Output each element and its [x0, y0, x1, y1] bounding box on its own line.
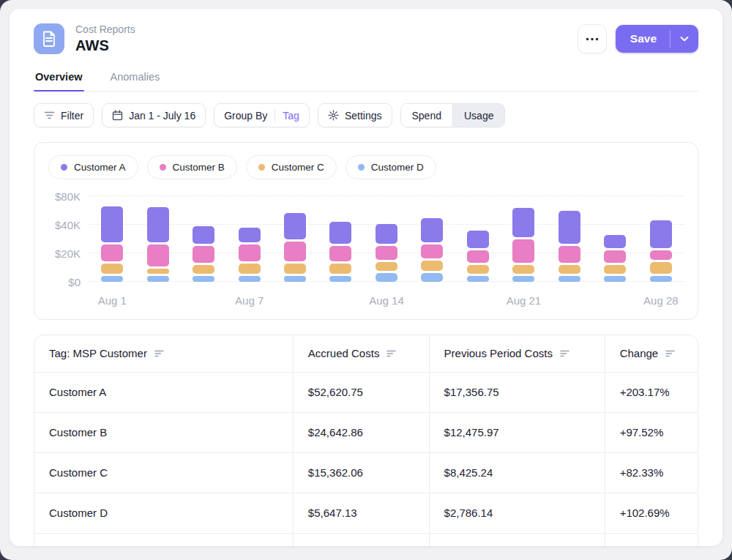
toolbar: Filter Jan 1 - July 16 Group By Tag — [34, 103, 698, 127]
bar-segment-customer-c — [512, 265, 534, 275]
date-range-button[interactable]: Jan 1 - July 16 — [102, 103, 206, 127]
chart-bar[interactable] — [147, 207, 169, 282]
bar-segment-customer-c — [467, 265, 489, 275]
chart-bar[interactable] — [101, 206, 123, 282]
bar-segment-customer-b — [559, 246, 580, 262]
chart-bar[interactable] — [559, 211, 580, 282]
table-cell: Customer D — [34, 493, 293, 533]
table-cell: $24,642.86 — [293, 412, 429, 452]
legend-label: Customer D — [371, 162, 424, 173]
column-header-tag-msp-customer[interactable]: Tag: MSP Customer — [34, 335, 293, 372]
chart-bar[interactable] — [239, 228, 261, 282]
bar-segment-customer-d — [147, 276, 169, 282]
save-button[interactable]: Save — [616, 25, 670, 53]
y-axis-label: $80K — [55, 190, 81, 203]
column-header-previous-period-costs[interactable]: Previous Period Costs — [429, 335, 605, 372]
legend-pill-customer-a[interactable]: Customer A — [48, 155, 138, 179]
legend-dot-icon — [61, 164, 67, 171]
table-cell: Customer A — [34, 372, 293, 412]
chart-bar[interactable] — [284, 213, 306, 282]
bar-segment-customer-a — [376, 224, 397, 244]
bar-segment-customer-d — [512, 276, 534, 282]
sort-icon[interactable] — [154, 350, 164, 357]
chart-bar[interactable] — [604, 235, 626, 282]
bar-segment-customer-a — [147, 207, 169, 243]
gear-icon — [328, 110, 339, 121]
chart-bar[interactable] — [650, 220, 672, 282]
bar-segment-customer-a — [559, 211, 580, 244]
sort-icon[interactable] — [665, 350, 675, 357]
bar-segment-customer-b — [329, 246, 351, 261]
tab-overview[interactable]: Overview — [34, 65, 84, 91]
table-cell — [293, 533, 429, 546]
bar-segment-customer-d — [329, 276, 351, 282]
sort-icon[interactable] — [386, 350, 396, 357]
sort-icon[interactable] — [560, 350, 569, 357]
bar-segment-customer-d — [101, 276, 123, 282]
table-row[interactable]: Customer C$15,362.06$8,425.24+82.33% — [34, 452, 698, 493]
chart-bar[interactable] — [421, 218, 443, 282]
settings-button[interactable]: Settings — [318, 103, 392, 127]
cost-table: Tag: MSP CustomerAccrued CostsPrevious P… — [34, 335, 698, 546]
settings-label: Settings — [345, 110, 382, 122]
table-cell: +82.33% — [605, 452, 698, 493]
bar-segment-customer-c — [101, 264, 123, 275]
column-header-accrued-costs[interactable]: Accrued Costs — [293, 335, 429, 372]
bar-segment-customer-c — [239, 264, 261, 275]
bar-segment-customer-d — [467, 276, 489, 282]
table-row[interactable]: Customer A$52,620.75$17,356.75+203.17% — [34, 372, 698, 412]
bar-segment-customer-d — [376, 273, 397, 282]
chart-bar[interactable] — [376, 224, 397, 282]
table-cell: $2,786.14 — [429, 493, 605, 533]
table-header-row: Tag: MSP CustomerAccrued CostsPrevious P… — [34, 335, 698, 372]
x-axis-slot — [547, 294, 592, 310]
tab-anomalies[interactable]: Anomalies — [109, 65, 162, 91]
bar-segment-customer-b — [604, 250, 626, 263]
chart-bar[interactable] — [193, 226, 214, 282]
header: Cost Reports AWS Save — [34, 9, 698, 54]
more-options-button[interactable] — [578, 24, 607, 53]
chart-bar[interactable] — [329, 222, 351, 282]
group-by-value: Tag — [283, 110, 299, 122]
toggle-spend[interactable]: Spend — [401, 104, 452, 127]
report-document-icon — [34, 23, 64, 54]
group-by-button[interactable]: Group By Tag — [214, 103, 310, 127]
legend-pill-customer-b[interactable]: Customer B — [147, 155, 237, 179]
table-cell: $8,425.24 — [429, 452, 605, 493]
table-cell: +102.69% — [605, 493, 698, 533]
legend-pill-customer-d[interactable]: Customer D — [346, 155, 436, 179]
y-axis-label: $40K — [55, 219, 81, 231]
bar-segment-customer-c — [376, 262, 397, 272]
tab-bar: OverviewAnomalies — [34, 65, 698, 92]
table-row[interactable]: Customer B$24,642.86$12,475.97+97.52% — [34, 412, 698, 452]
column-header-label: Change — [620, 347, 659, 359]
legend-pill-customer-c[interactable]: Customer C — [246, 155, 337, 179]
chart-bar[interactable] — [512, 208, 534, 282]
bar-segment-customer-c — [193, 265, 214, 275]
legend-dot-icon — [358, 164, 365, 171]
column-header-label: Accrued Costs — [308, 347, 380, 359]
bar-segment-customer-a — [101, 206, 123, 243]
table-cell: $12,475.97 — [429, 412, 605, 452]
bar-segment-customer-a — [650, 220, 672, 248]
toggle-usage[interactable]: Usage — [452, 104, 504, 127]
bar-segment-customer-b — [101, 244, 123, 261]
cost-table-panel: Tag: MSP CustomerAccrued CostsPrevious P… — [34, 335, 698, 546]
x-axis-slot — [135, 294, 180, 310]
chevron-down-icon — [680, 36, 689, 42]
table-row[interactable]: Customer D$5,647.13$2,786.14+102.69% — [34, 493, 698, 533]
bar-segment-customer-b — [467, 250, 489, 263]
save-dropdown-button[interactable] — [671, 25, 698, 53]
chart-bar[interactable] — [467, 231, 489, 282]
bar-segment-customer-d — [284, 276, 306, 282]
bar-segment-customer-a — [284, 213, 306, 239]
bar-segment-customer-c — [421, 261, 443, 272]
filter-icon — [44, 111, 55, 119]
group-by-divider — [274, 110, 275, 122]
filter-button[interactable]: Filter — [34, 103, 94, 127]
x-axis-slot — [181, 294, 226, 310]
column-header-inner: Tag: MSP Customer — [49, 347, 293, 359]
ellipsis-icon — [586, 37, 599, 41]
chart-legend: Customer ACustomer BCustomer CCustomer D — [48, 155, 684, 179]
column-header-change[interactable]: Change — [605, 335, 698, 372]
